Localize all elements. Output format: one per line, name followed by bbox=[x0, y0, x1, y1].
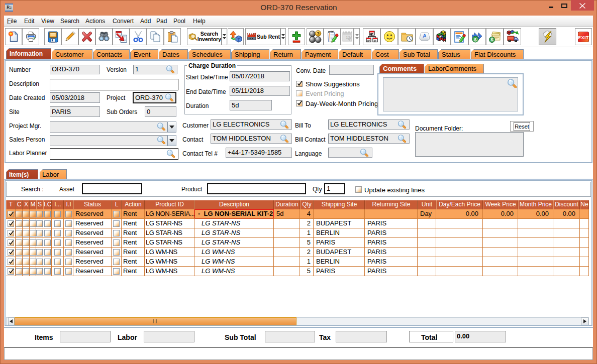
svg-text:A: A bbox=[422, 33, 427, 39]
svg-text:?: ? bbox=[317, 31, 320, 36]
svg-text:$: $ bbox=[474, 37, 477, 42]
svg-text:EXIT: EXIT bbox=[578, 35, 589, 40]
svg-text:$: $ bbox=[490, 37, 493, 42]
